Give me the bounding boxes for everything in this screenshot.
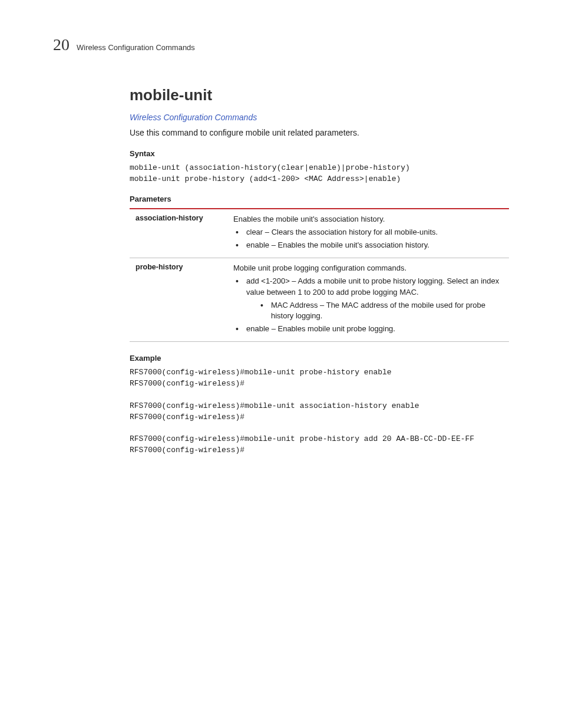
list-item: enable – Enables the mobile unit's assoc… <box>233 240 505 251</box>
param-bullets: add <1-200> – Adds a mobile unit to prob… <box>233 276 505 334</box>
example-heading: Example <box>130 354 509 363</box>
param-lead: Mobile unit probe logging configuration … <box>233 263 505 274</box>
command-title: mobile-unit <box>130 86 509 104</box>
page-header: 20 Wireless Configuration Commands <box>53 35 509 54</box>
param-lead: Enables the mobile unit's association hi… <box>233 214 505 225</box>
parameters-table: association-history Enables the mobile u… <box>130 208 509 342</box>
param-name: probe-history <box>130 258 230 342</box>
example-code: RFS7000(config-wireless)#mobile-unit pro… <box>130 367 509 456</box>
param-desc: Enables the mobile unit's association hi… <box>230 209 509 258</box>
param-desc: Mobile unit probe logging configuration … <box>230 258 509 342</box>
content-body: mobile-unit Wireless Configuration Comma… <box>130 86 509 456</box>
nested-bullets: MAC Address – The MAC address of the mob… <box>258 300 505 321</box>
list-item: MAC Address – The MAC address of the mob… <box>258 300 505 321</box>
page-number: 20 <box>53 35 70 54</box>
intro-paragraph: Use this command to configure mobile uni… <box>130 128 509 137</box>
parameters-heading: Parameters <box>130 195 509 203</box>
table-row: probe-history Mobile unit probe logging … <box>130 258 509 342</box>
list-item: add <1-200> – Adds a mobile unit to prob… <box>233 276 505 321</box>
syntax-heading: Syntax <box>130 149 509 158</box>
param-bullets: clear – Clears the association history f… <box>233 227 505 251</box>
table-row: association-history Enables the mobile u… <box>130 209 509 258</box>
bullet-text: add <1-200> – Adds a mobile unit to prob… <box>246 276 499 296</box>
list-item: clear – Clears the association history f… <box>233 227 505 238</box>
syntax-code: mobile-unit (association-history(clear|e… <box>130 163 509 185</box>
param-name: association-history <box>130 209 230 258</box>
list-item: enable – Enables mobile unit probe loggi… <box>233 324 505 334</box>
running-head: Wireless Configuration Commands <box>77 43 195 52</box>
breadcrumb-link[interactable]: Wireless Configuration Commands <box>130 113 509 122</box>
